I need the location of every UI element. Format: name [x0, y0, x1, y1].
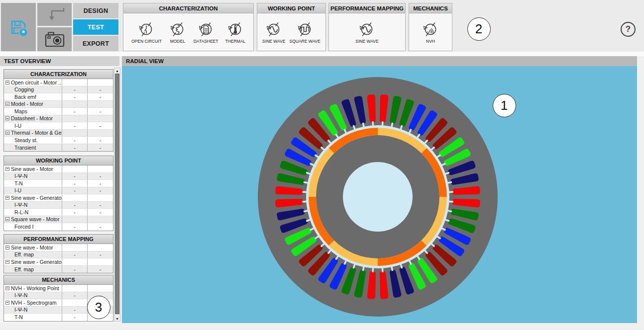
- table-group-row[interactable]: Sine wave - Motor: [4, 165, 113, 173]
- row-value-2: -: [88, 266, 113, 273]
- collapse-icon[interactable]: [5, 260, 9, 264]
- collapse-icon[interactable]: [5, 301, 9, 305]
- row-label: T-N: [14, 180, 23, 186]
- row-value-1: [62, 79, 88, 86]
- row-value-1: -: [62, 144, 88, 152]
- sidebar-scrollbar[interactable]: ▲ ▼: [114, 68, 120, 322]
- row-label: I-U: [14, 187, 21, 193]
- undo-icon: [43, 6, 67, 23]
- annotation-number: 1: [501, 98, 508, 113]
- collapse-icon[interactable]: [5, 217, 9, 221]
- section-title: WORKING POINT: [257, 3, 325, 13]
- row-value-1: [62, 299, 88, 306]
- table-row[interactable]: I-U--: [4, 187, 113, 195]
- tool-button-thermal[interactable]: THERMAL: [225, 20, 245, 44]
- tab-label: EXPORT: [83, 40, 109, 47]
- overview-table-performance-mapping: PERFORMANCE MAPPINGSine wave - MotorEff.…: [3, 234, 113, 273]
- table-row[interactable]: Steady st.--: [4, 137, 113, 144]
- radial-view-canvas[interactable]: [122, 66, 637, 323]
- row-label: Eff. map: [14, 266, 34, 272]
- row-value-1: [62, 285, 88, 292]
- row-label-cell: Square wave - Motor: [4, 216, 62, 223]
- table-group-row[interactable]: Thermal - Motor & Ge...: [4, 130, 113, 137]
- scrollbar-thumb[interactable]: [115, 74, 119, 314]
- table-group-row[interactable]: Open circuit - Motor ...: [4, 79, 113, 86]
- row-label: I-U: [14, 123, 21, 129]
- table-row[interactable]: Cogging--: [4, 86, 113, 94]
- tool-button-square-wave[interactable]: SQUARE WAVE: [290, 20, 321, 44]
- toolbar: * DESIGNTESTEXPORT CHARACTERIZATIONOPEN …: [0, 0, 644, 52]
- save-button[interactable]: *: [1, 3, 36, 51]
- table-group-row[interactable]: Sine wave - Generator: [4, 258, 113, 266]
- tab-export[interactable]: EXPORT: [73, 36, 118, 51]
- row-label: Thermal - Motor & Ge...: [11, 130, 62, 136]
- row-label: R-L-N: [14, 209, 28, 215]
- table-row[interactable]: I-U--: [4, 122, 113, 130]
- table-row[interactable]: I-Ψ-N--: [4, 202, 113, 209]
- tool-button-label: MODEL: [170, 39, 185, 44]
- row-label-cell: Eff. map: [4, 266, 62, 273]
- table-group-row[interactable]: Sine wave - Generator: [4, 194, 113, 202]
- collapse-icon[interactable]: [5, 167, 9, 171]
- row-label-cell: Datasheet - Motor: [4, 115, 62, 122]
- row-value-2: [88, 244, 113, 251]
- row-value-1: -: [62, 209, 88, 216]
- table-row[interactable]: Eff. map--: [4, 266, 113, 273]
- table-row[interactable]: Maps--: [4, 108, 113, 115]
- help-button[interactable]: ?: [621, 22, 636, 37]
- row-label-cell: Eff. map: [4, 251, 62, 258]
- table-group-row[interactable]: Sine wave - Motor: [4, 244, 113, 251]
- tool-button-sine-wave[interactable]: SINE WAVE: [262, 20, 285, 44]
- tool-button-nvh[interactable]: NVH: [422, 20, 439, 44]
- collapse-icon[interactable]: [5, 246, 9, 249]
- table-group-row[interactable]: Model - Motor: [4, 101, 113, 108]
- row-value-1: -: [62, 223, 88, 231]
- row-label-cell: Sine wave - Generator: [4, 258, 62, 265]
- table-row[interactable]: Eff. map--: [4, 251, 113, 259]
- annotation-callout-2: 2: [467, 17, 491, 41]
- scroll-down-icon[interactable]: ▼: [114, 316, 120, 321]
- table-row[interactable]: I-Ψ-N--: [4, 173, 113, 180]
- annotation-number: 2: [475, 21, 482, 37]
- collapse-icon[interactable]: [5, 102, 9, 106]
- collapse-icon[interactable]: [5, 81, 9, 84]
- row-label: Maps: [14, 108, 27, 114]
- undo-button[interactable]: [37, 3, 72, 26]
- row-value-1: [62, 165, 88, 172]
- row-value-2: -: [88, 251, 113, 258]
- table-row[interactable]: Back emf--: [4, 93, 113, 101]
- table-group-row[interactable]: NVH - Working Point: [4, 285, 113, 292]
- row-value-2: [88, 165, 113, 172]
- tab-design[interactable]: DESIGN: [73, 3, 118, 18]
- row-value-2: -: [88, 173, 113, 180]
- tab-test[interactable]: TEST: [73, 19, 118, 35]
- table-row[interactable]: R-L-N--: [4, 209, 113, 216]
- row-label: NVH - Working Point: [11, 285, 59, 291]
- collapse-icon[interactable]: [5, 196, 9, 200]
- table-group-row[interactable]: Square wave - Motor: [4, 216, 113, 224]
- table-header: CHARACTERIZATION: [4, 70, 113, 79]
- overview-table-working-point: WORKING POINTSine wave - MotorI-Ψ-N--T-N…: [3, 156, 113, 231]
- collapse-icon[interactable]: [5, 131, 9, 135]
- tool-button-datasheet[interactable]: DATASHEET: [194, 20, 218, 44]
- row-label: Sine wave - Generator: [11, 195, 62, 201]
- row-label-cell: R-L-N: [4, 209, 62, 216]
- collapse-icon[interactable]: [5, 286, 9, 290]
- scroll-up-icon[interactable]: ▲: [114, 68, 120, 73]
- row-value-2: -: [88, 137, 113, 144]
- table-row[interactable]: T-N--: [4, 180, 113, 187]
- tool-button-open-circuit[interactable]: OPEN CIRCUIT: [131, 20, 162, 44]
- row-value-1: -: [62, 86, 88, 93]
- table-row[interactable]: Forced I--: [4, 223, 113, 231]
- collapse-icon[interactable]: [5, 116, 9, 120]
- row-value-1: -: [62, 137, 88, 144]
- row-label-cell: Cogging: [4, 86, 62, 93]
- row-value-1: -: [62, 93, 88, 100]
- table-row[interactable]: Transient--: [4, 144, 113, 152]
- table-group-row[interactable]: Datasheet - Motor: [4, 115, 113, 123]
- row-value-1: [62, 194, 88, 201]
- camera-button[interactable]: [37, 27, 72, 51]
- tool-button-model[interactable]: MODEL: [169, 20, 187, 44]
- tool-button-sine-wave[interactable]: SINE WAVE: [355, 20, 378, 44]
- row-label: Back emf: [14, 94, 36, 100]
